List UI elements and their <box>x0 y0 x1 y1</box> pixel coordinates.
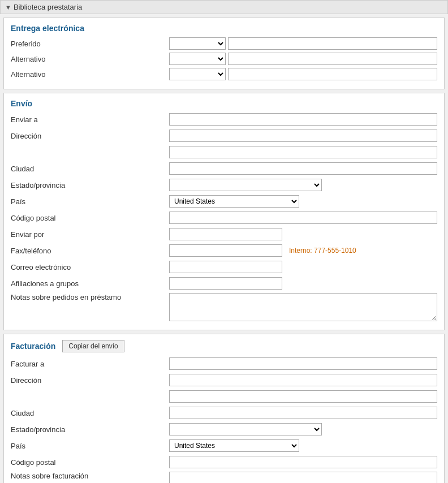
billing-section: Facturación Copiar del envío Facturar a … <box>3 334 445 483</box>
page-container: ▼ Biblioteca prestataria Entrega electró… <box>0 0 448 483</box>
billing-address-input-1[interactable] <box>169 374 437 386</box>
affiliations-row: Afiliaciones a grupos <box>11 277 437 290</box>
billing-city-field <box>169 407 437 419</box>
shipping-title: Envío <box>11 99 437 108</box>
fax-row: Fax/teléfono Interno: 777-555-1010 <box>11 244 437 257</box>
send-by-field <box>169 228 437 240</box>
affiliations-label: Afiliaciones a grupos <box>11 279 169 288</box>
preferred-fields <box>169 37 437 50</box>
alternative2-row: Alternativo <box>11 68 437 80</box>
billing-notes-textarea[interactable] <box>169 472 437 483</box>
preferred-row: Preferido <box>11 37 437 50</box>
preferred-value-input[interactable] <box>228 37 437 50</box>
alternative1-fields <box>169 53 437 65</box>
alternative1-value-input[interactable] <box>228 53 437 65</box>
billing-address-row: Dirección <box>11 373 437 387</box>
postal-input[interactable] <box>169 212 437 224</box>
billing-state-label: Estado/provincia <box>11 425 169 434</box>
city-field <box>169 162 437 175</box>
address-row2 <box>11 145 437 159</box>
bill-to-field <box>169 357 437 370</box>
affiliations-field <box>169 277 437 290</box>
address-label: Dirección <box>11 132 169 140</box>
country-select[interactable]: United States <box>169 195 299 208</box>
email-field <box>169 261 437 273</box>
preferred-type-select[interactable] <box>169 37 226 50</box>
copy-from-shipping-button[interactable]: Copiar del envío <box>62 340 124 352</box>
billing-notes-field <box>169 472 437 483</box>
library-header-label: Biblioteca prestataria <box>14 3 82 11</box>
billing-city-label: Ciudad <box>11 409 169 417</box>
notes-row: Notas sobre pedidos en préstamo <box>11 293 437 321</box>
library-header-bar[interactable]: ▼ Biblioteca prestataria <box>0 0 448 14</box>
billing-title: Facturación <box>11 342 55 351</box>
postal-field <box>169 212 437 224</box>
state-select[interactable] <box>169 179 322 191</box>
alternative2-fields <box>169 68 437 80</box>
state-row: Estado/provincia <box>11 178 437 192</box>
billing-postal-row: Código postal <box>11 455 437 469</box>
collapse-icon: ▼ <box>5 4 11 11</box>
postal-row: Código postal <box>11 211 437 225</box>
state-label: Estado/provincia <box>11 181 169 189</box>
email-input[interactable] <box>169 261 282 273</box>
postal-label: Código postal <box>11 214 169 222</box>
city-label: Ciudad <box>11 165 169 173</box>
notes-label: Notas sobre pedidos en préstamo <box>11 293 169 301</box>
billing-country-row: País United States <box>11 439 437 452</box>
send-to-row: Enviar a <box>11 113 437 126</box>
address-field2 <box>169 146 437 158</box>
billing-address-label: Dirección <box>11 376 169 385</box>
affiliations-input[interactable] <box>169 277 282 290</box>
country-label: País <box>11 197 169 206</box>
alternative2-type-select[interactable] <box>169 68 226 80</box>
notes-textarea[interactable] <box>169 293 437 321</box>
billing-country-field: United States <box>169 439 437 452</box>
billing-address-row2 <box>11 390 437 403</box>
bill-to-input[interactable] <box>169 357 437 370</box>
send-by-row: Enviar por <box>11 227 437 241</box>
send-to-label: Enviar a <box>11 115 169 124</box>
city-input[interactable] <box>169 162 437 175</box>
address-input-1[interactable] <box>169 130 437 142</box>
billing-postal-field <box>169 456 437 468</box>
billing-address-input-2[interactable] <box>169 390 437 403</box>
preferred-label: Preferido <box>11 40 169 48</box>
email-label: Correo electrónico <box>11 263 169 271</box>
shipping-section: Envío Enviar a Dirección Ciudad <box>3 93 445 330</box>
alternative2-label: Alternativo <box>11 70 169 79</box>
electronic-delivery-title: Entrega electrónica <box>11 24 437 33</box>
email-row: Correo electrónico <box>11 260 437 274</box>
billing-address-field <box>169 374 437 386</box>
send-by-input[interactable] <box>169 228 282 240</box>
state-field <box>169 179 437 191</box>
phone-internal-note: Interno: 777-555-1010 <box>289 247 356 255</box>
billing-notes-row: Notas sobre facturación <box>11 472 437 483</box>
city-row: Ciudad <box>11 162 437 175</box>
billing-state-row: Estado/provincia <box>11 422 437 436</box>
alternative1-label: Alternativo <box>11 55 169 63</box>
billing-city-row: Ciudad <box>11 406 437 420</box>
billing-notes-label: Notas sobre facturación <box>11 472 169 480</box>
billing-state-select[interactable] <box>169 423 322 435</box>
fax-input[interactable] <box>169 244 282 257</box>
billing-state-field <box>169 423 437 435</box>
address-input-2[interactable] <box>169 146 437 158</box>
billing-country-select[interactable]: United States <box>169 439 299 452</box>
country-field: United States <box>169 195 437 208</box>
bill-to-label: Facturar a <box>11 360 169 368</box>
fax-label: Fax/teléfono <box>11 247 169 255</box>
fax-field: Interno: 777-555-1010 <box>169 244 437 257</box>
billing-city-input[interactable] <box>169 407 437 419</box>
send-to-input[interactable] <box>169 113 437 126</box>
address-row: Dirección <box>11 129 437 143</box>
address-field <box>169 130 437 142</box>
billing-postal-input[interactable] <box>169 456 437 468</box>
billing-header-row: Facturación Copiar del envío <box>11 340 437 352</box>
country-row: País United States <box>11 195 437 208</box>
alternative2-value-input[interactable] <box>228 68 437 80</box>
alternative1-type-select[interactable] <box>169 53 226 65</box>
electronic-delivery-section: Entrega electrónica Preferido Alternativ… <box>3 18 445 89</box>
send-by-label: Enviar por <box>11 230 169 239</box>
billing-postal-label: Código postal <box>11 458 169 467</box>
